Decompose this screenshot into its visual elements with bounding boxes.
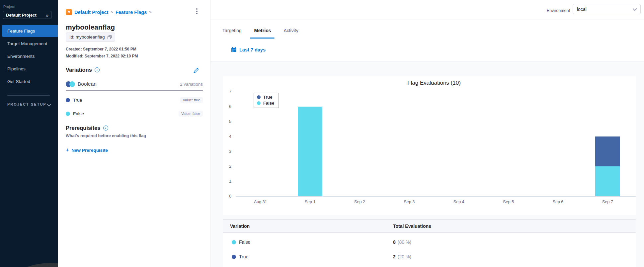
- y-axis-tick-label: 1: [217, 179, 231, 184]
- total-evaluations-percent: (80.%): [398, 239, 411, 245]
- legend-dot: [257, 95, 261, 99]
- total-evaluations-value: 8: [393, 239, 396, 245]
- variation-cell: True: [239, 254, 248, 259]
- y-axis-tick-label: 5: [217, 119, 231, 124]
- y-axis-tick-label: 3: [217, 149, 231, 154]
- modified-timestamp: Modified: September 7, 2022 02:10 PM: [66, 54, 138, 58]
- x-axis-tick-label: Sep 4: [434, 200, 484, 204]
- new-prerequisite-label: New Prerequisite: [71, 148, 108, 153]
- feature-flags-module-icon: ⚑: [66, 9, 72, 15]
- variation-row-false: False Value: false: [66, 111, 203, 117]
- variation-type-row: Boolean 2 variations: [66, 81, 203, 87]
- true-variation-dot: [66, 98, 70, 102]
- flag-title: mybooleanflag: [66, 23, 115, 31]
- breadcrumb-separator: >: [149, 10, 152, 15]
- variation-count: 2 variations: [180, 82, 203, 87]
- total-evaluations-value: 2: [393, 254, 396, 259]
- sidebar-item-target-management[interactable]: Target Management: [0, 38, 58, 49]
- bar-segment-false: [298, 107, 322, 196]
- table-header: Variation Total Evaluations: [223, 219, 636, 233]
- table-row-true: True 2 (20.%): [223, 249, 636, 264]
- new-prerequisite-button[interactable]: + New Prerequisite: [66, 147, 108, 153]
- x-axis-line: [236, 196, 636, 197]
- project-setup-label: PROJECT SETUP: [7, 102, 46, 106]
- metrics-main-area: Environment local Targeting Metrics Acti…: [210, 0, 644, 267]
- flag-detail-panel: ⚑ Default Project > Feature Flags > mybo…: [58, 0, 210, 267]
- table-header-total-evaluations: Total Evaluations: [393, 220, 431, 232]
- sidebar-divider: [7, 95, 50, 96]
- variation-name: True: [73, 98, 180, 103]
- bar-segment-true: [595, 136, 620, 166]
- prerequisites-title: Prerequisites: [66, 125, 101, 131]
- x-axis-tick-label: Sep 2: [335, 200, 384, 204]
- y-axis-tick-label: 7: [217, 89, 231, 94]
- sidebar-item-feature-flags[interactable]: Feature Flags: [2, 25, 58, 37]
- legend-item-false[interactable]: False: [257, 101, 274, 106]
- bottom-left-decoration: [9, 263, 58, 267]
- y-axis-tick-label: 0: [217, 194, 231, 199]
- created-timestamp: Created: September 7, 2022 01:56 PM: [66, 47, 136, 51]
- false-variation-dot: [232, 240, 236, 244]
- total-evaluations-percent: (20.%): [398, 254, 411, 259]
- copy-icon[interactable]: [108, 35, 112, 39]
- info-icon[interactable]: [95, 67, 100, 72]
- legend-dot: [257, 101, 261, 105]
- sidebar-item-get-started[interactable]: Get Started: [0, 75, 58, 87]
- true-variation-dot: [232, 255, 236, 259]
- project-setup-section[interactable]: PROJECT SETUP: [7, 102, 50, 106]
- chart-legend: TrueFalse: [254, 93, 279, 108]
- flag-id-badge: Id: mybooleanflag: [66, 33, 115, 42]
- variations-heading: Variations: [66, 67, 100, 73]
- breadcrumb-separator: >: [111, 10, 113, 15]
- flag-options-menu-button[interactable]: [194, 8, 200, 15]
- variation-cell: False: [239, 239, 250, 245]
- x-axis-tick-label: Sep 6: [533, 200, 583, 204]
- prerequisites-heading: Prerequisites: [66, 125, 108, 131]
- y-axis-tick-label: 4: [217, 134, 231, 139]
- project-selector[interactable]: Default Project »: [3, 11, 51, 19]
- evaluations-table: Variation Total Evaluations False 8 (80.…: [223, 219, 636, 267]
- legend-label: False: [263, 101, 274, 106]
- x-axis-tick-label: Sep 1: [285, 200, 335, 204]
- x-axis-tick-label: Aug 31: [236, 200, 285, 204]
- breadcrumb-project-link[interactable]: Default Project: [74, 10, 108, 15]
- variation-value-badge: Value: true: [180, 97, 203, 103]
- legend-item-true[interactable]: True: [257, 95, 274, 100]
- info-icon[interactable]: [103, 126, 108, 131]
- feature-flag-page: Project Default Project » Feature Flags …: [0, 0, 644, 267]
- sidebar: Project Default Project » Feature Flags …: [0, 0, 58, 267]
- breadcrumb-feature-flags-link[interactable]: Feature Flags: [116, 10, 147, 15]
- double-chevron-icon: »: [46, 13, 48, 18]
- y-axis-tick-label: 2: [217, 164, 231, 169]
- variations-title: Variations: [66, 67, 92, 73]
- y-axis-tick-label: 6: [217, 104, 231, 109]
- plus-icon: +: [66, 147, 69, 153]
- flag-id-text: Id: mybooleanflag: [69, 35, 105, 40]
- sidebar-item-pipelines[interactable]: Pipelines: [0, 63, 58, 75]
- x-axis-tick-label: Sep 5: [484, 200, 533, 204]
- edit-variations-button[interactable]: [193, 67, 199, 75]
- project-name: Default Project: [6, 13, 46, 18]
- x-axis-tick-label: Sep 7: [583, 200, 632, 204]
- breadcrumb: ⚑ Default Project > Feature Flags >: [66, 9, 152, 15]
- table-row-false: False 8 (80.%): [223, 235, 636, 249]
- prerequisites-description: What's required before enabling this fla…: [66, 134, 146, 138]
- variation-value-badge: Value: false: [179, 111, 203, 117]
- table-header-variation: Variation: [230, 220, 250, 232]
- variation-type-label: Boolean: [78, 81, 180, 87]
- project-label: Project: [3, 5, 15, 9]
- x-axis-tick-label: Sep 3: [384, 200, 434, 204]
- false-variation-dot: [66, 112, 70, 116]
- bar-segment-false: [595, 166, 620, 196]
- legend-label: True: [263, 95, 272, 100]
- sidebar-item-environments[interactable]: Environments: [0, 50, 58, 62]
- sidebar-nav: Feature Flags Target Management Environm…: [0, 24, 58, 88]
- chevron-down-icon: [47, 102, 51, 107]
- divider: [66, 90, 203, 91]
- variation-name: False: [73, 111, 179, 116]
- boolean-type-icon: [66, 81, 75, 87]
- variation-row-true: True Value: true: [66, 97, 203, 103]
